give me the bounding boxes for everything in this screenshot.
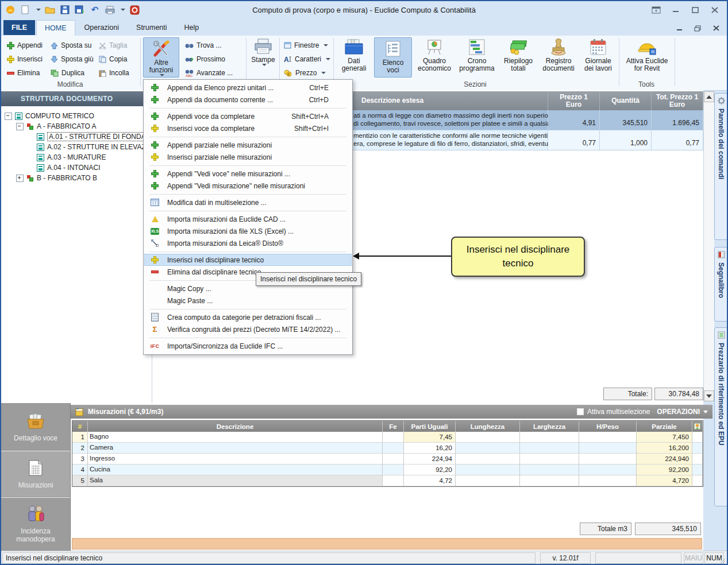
column-header-tot-prezzo[interactable]: Tot. Prezzo 1 Euro (652, 91, 703, 110)
col-header-lunghezza[interactable]: Lunghezza (456, 421, 520, 432)
col-header-parziale[interactable]: Parziale (637, 421, 692, 432)
multiselect-checkbox[interactable] (577, 408, 584, 415)
appendi-button[interactable]: Appendi (7, 39, 43, 52)
dati-generali-button[interactable]: Dati generali (337, 38, 371, 72)
panel-tab-label: Pannello dei comandi (717, 109, 725, 179)
multiselect-grid-icon (151, 199, 159, 206)
sidebar-item-misurazioni[interactable]: Misurazioni (1, 451, 70, 497)
vertical-scrollbar[interactable] (703, 91, 714, 401)
tab-file[interactable]: FILE (3, 20, 35, 35)
prezzo-button[interactable]: € Prezzo (284, 67, 326, 79)
column-header-prezzo[interactable]: Prezzo 1 Euro (548, 91, 600, 110)
menu-item-importa-leica[interactable]: Importa misurazioni da Leica® Disto® (144, 237, 352, 249)
category-icon (37, 164, 44, 172)
col-header-image[interactable] (692, 421, 703, 432)
minus-red-icon (151, 270, 159, 273)
mdi-close-icon[interactable] (710, 23, 722, 33)
elimina-button[interactable]: Elimina (7, 67, 40, 79)
altre-funzioni-button[interactable]: Altre funzioni (143, 37, 179, 78)
expand-icon[interactable] (16, 175, 24, 182)
menu-item-appendi-documento-corrente[interactable]: Appendi da documento corrente ...Ctrl+D (144, 94, 352, 106)
stampe-button[interactable]: Stampe (248, 38, 278, 66)
crono-programma-button[interactable]: Crono programma (457, 38, 497, 72)
menu-item-importa-euclide-cad[interactable]: Importa misurazioni da Euclide CAD ... (144, 213, 352, 225)
menu-item-modifica-multiselezione[interactable]: Modifica dati in multiselezione ... (144, 196, 352, 208)
collapse-icon[interactable] (16, 123, 24, 130)
col-header-descrizione[interactable]: Descrizione (88, 421, 383, 432)
col-header-parti-uguali[interactable]: Parti Uguali (404, 421, 456, 432)
avanzate-button[interactable]: ABC Avanzate ... (185, 67, 233, 79)
tree-item-label: B - FABBRICATO B (37, 174, 97, 182)
tab-home[interactable]: HOME (36, 20, 75, 36)
tab-strumenti[interactable]: Strumenti (128, 20, 175, 35)
maximize-icon[interactable] (689, 5, 702, 15)
duplica-button[interactable]: Duplica (51, 67, 84, 79)
panel-tab-segnalibro[interactable]: Segnalibro (714, 247, 728, 322)
prossimo-button[interactable]: Prossimo (185, 53, 225, 65)
tree-item-computo-metrico[interactable]: COMPUTO METRICO (5, 111, 94, 121)
sidebar-item-incidenza-manodopera[interactable]: Incidenza manodopera (1, 498, 70, 551)
group-separator (675, 38, 675, 86)
menu-item-verifica-congruita[interactable]: ΣVerifica congruità dei prezzi (Decreto … (144, 323, 352, 335)
menu-item-appendi-elenco-prezzi[interactable]: Appendi da Elenco prezzi unitari ...Ctrl… (144, 82, 352, 94)
menu-item-appendi-vedi-voce[interactable]: Appendi "Vedi voce" nelle misurazioni ..… (144, 168, 352, 180)
tab-help[interactable]: Help (176, 20, 207, 35)
scroll-up-icon[interactable] (704, 91, 714, 102)
cell-fe (383, 443, 404, 454)
collapse-icon[interactable] (5, 113, 12, 120)
tree-item-a04[interactable]: A.04 - INTONACI (37, 162, 100, 173)
minimize-icon[interactable] (669, 5, 682, 15)
col-header-num[interactable]: # (72, 421, 88, 432)
plus-green-icon (151, 113, 159, 120)
cell-image (692, 432, 703, 443)
menu-item-crea-computo-detrazioni[interactable]: Crea computo da categorie per detrazioni… (144, 311, 352, 323)
cell-larghezza (520, 432, 579, 443)
resize-grip-icon[interactable] (719, 558, 726, 564)
close-icon[interactable] (708, 5, 721, 15)
menu-item-magic-paste[interactable]: Magic Paste ... (144, 295, 352, 307)
col-header-hpeso[interactable]: H/Peso (579, 421, 637, 432)
copia-button[interactable]: Copia (99, 53, 127, 65)
finestre-button[interactable]: Finestre (284, 39, 328, 52)
riepilogo-totali-button[interactable]: Riepilogo totali (500, 38, 537, 72)
tab-operazioni[interactable]: Operazioni (76, 20, 127, 35)
menu-item-appendi-voce-completare[interactable]: Appendi voce da completareShift+Ctrl+A (144, 110, 352, 122)
menu-item-importa-xls[interactable]: XLSImporta misurazioni da file XLS (Exce… (144, 225, 352, 237)
registro-documenti-button[interactable]: Registro documenti (540, 38, 577, 72)
caratteri-button[interactable]: A Caratteri (284, 53, 330, 65)
sposta-su-button[interactable]: Sposta su (51, 39, 91, 52)
menu-item-importa-ifc[interactable]: IFCImporta/Sincronizza da Euclide IFC ..… (144, 340, 352, 352)
menu-item-inserisci-disciplinare[interactable]: Inserisci nel disciplinare tecnico (144, 254, 352, 266)
column-header-quantita[interactable]: Quantità (600, 91, 652, 110)
collapse-ribbon-icon[interactable] (650, 5, 662, 15)
panel-tab-pannello-comandi[interactable]: Pannello dei comandi (714, 93, 728, 240)
plus-green-icon (151, 141, 159, 149)
menu-item-appendi-parziale[interactable]: Appendi parziale nelle misurazioni (144, 139, 352, 151)
col-header-fe[interactable]: Fe (383, 421, 404, 432)
menu-item-inserisci-voce-completare[interactable]: Inserisci voce da completareShift+Ctrl+I (144, 122, 352, 134)
elenco-voci-button[interactable]: Elenco voci (374, 37, 412, 78)
tree-item-fabbricato-a[interactable]: A - FABBRICATO A (16, 121, 97, 131)
trova-button[interactable]: Trova ... (185, 39, 222, 52)
incolla-button[interactable]: Incolla (99, 67, 129, 79)
mdi-restore-icon[interactable] (691, 23, 704, 33)
inserisci-button[interactable]: Inserisci (7, 53, 43, 65)
totale-value-box: 30.784,48 (654, 388, 703, 400)
scroll-down-icon[interactable] (704, 390, 714, 401)
sidebar-item-label: Dettaglio voce (14, 434, 57, 442)
tree-item-fabbricato-b[interactable]: B - FABBRICATO B (16, 173, 97, 183)
paste-icon (99, 69, 106, 77)
sidebar-item-dettaglio-voce[interactable]: Dettaglio voce (1, 405, 70, 450)
quadro-economico-button[interactable]: Quadro economico (415, 38, 454, 72)
workers-icon (26, 505, 45, 523)
sposta-giu-button[interactable]: Sposta giù (51, 53, 94, 65)
menu-item-inserisci-parziale[interactable]: Inserisci parziale nelle misurazioni (144, 151, 352, 163)
panel-tab-prezzario[interactable]: Prezzario di riferimento ed EPU (714, 327, 728, 506)
menu-item-appendi-vedi-misurazione[interactable]: Appendi "Vedi misurazione" nelle misuraz… (144, 180, 352, 192)
tree-item-a03[interactable]: A.03 - MURATURE (37, 152, 106, 162)
mdi-minimize-icon[interactable] (673, 23, 685, 33)
attiva-revit-button[interactable]: R Attiva Euclide for Revit (622, 38, 672, 72)
giornale-lavori-button[interactable]: Giornale dei lavori (580, 38, 616, 72)
col-header-larghezza[interactable]: Larghezza (520, 421, 579, 432)
operazioni-menu-button[interactable]: OPERAZIONI (657, 408, 700, 416)
